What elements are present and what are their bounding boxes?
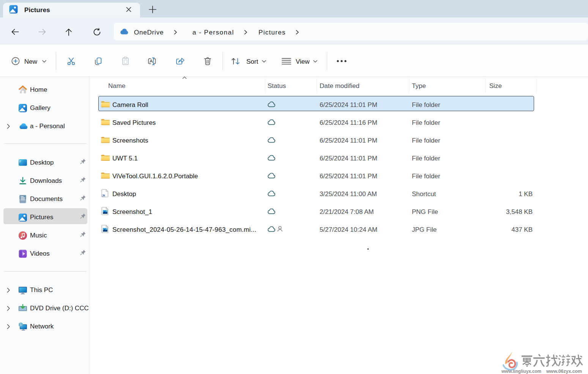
svg-text:www.06zyx.com: www.06zyx.com [546, 368, 582, 374]
svg-text:www.lingliuyx.com: www.lingliuyx.com [501, 368, 541, 374]
